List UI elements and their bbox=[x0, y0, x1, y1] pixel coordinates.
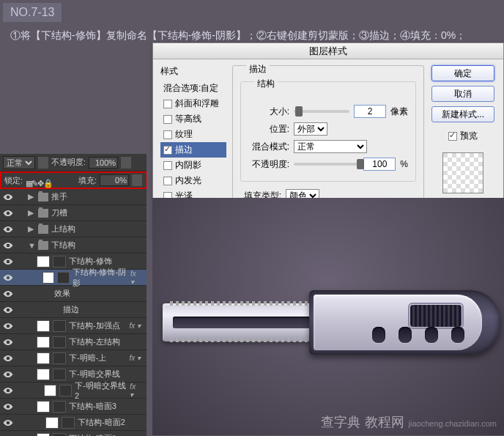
opacity-input[interactable] bbox=[89, 157, 118, 169]
mask-thumb-icon bbox=[62, 417, 75, 429]
position-row: 位置: 外部 bbox=[248, 122, 408, 136]
new-style-button[interactable]: 新建样式... bbox=[431, 106, 494, 122]
lock-label: 锁定: bbox=[4, 175, 23, 186]
layer-row[interactable]: 下结构-暗面2 bbox=[0, 415, 147, 431]
preview-checkbox[interactable] bbox=[448, 132, 457, 141]
visibility-eye-icon[interactable] bbox=[3, 418, 13, 428]
layer-row[interactable]: ▶刀槽 bbox=[0, 205, 147, 221]
disclosure-arrow-icon[interactable]: ▶ bbox=[28, 208, 35, 218]
visibility-eye-icon[interactable] bbox=[3, 402, 13, 412]
folder-icon bbox=[38, 241, 48, 250]
hole-icon bbox=[372, 327, 385, 343]
blend-options-item[interactable]: 混合选项:自定 bbox=[160, 81, 226, 96]
style-label: 等高线 bbox=[175, 113, 201, 125]
layer-name: 下-明暗交界线2 bbox=[75, 380, 127, 400]
visibility-eye-icon[interactable] bbox=[3, 208, 13, 218]
layer-name: 描边 bbox=[63, 304, 79, 315]
layer-row[interactable]: 下结构-暗面1 bbox=[0, 431, 147, 436]
lock-image-icon[interactable]: ✎ bbox=[32, 179, 34, 182]
style-item[interactable]: 描边 bbox=[160, 142, 226, 158]
style-checkbox[interactable] bbox=[163, 161, 172, 170]
style-checkbox[interactable] bbox=[163, 115, 172, 124]
layer-row[interactable]: 下结构-左结构 bbox=[0, 334, 147, 350]
layer-row[interactable]: ▶推手 bbox=[0, 189, 147, 205]
style-label: 斜面和浮雕 bbox=[175, 97, 219, 110]
watermark-url: jiaocheng.chazidian.com bbox=[409, 419, 497, 428]
layer-row[interactable]: 下结构-加强点fx ▾ bbox=[0, 318, 147, 334]
style-item[interactable]: 内阴影 bbox=[160, 158, 226, 173]
layer-name: 上结构 bbox=[51, 223, 75, 234]
fx-indicator[interactable]: fx ▾ bbox=[130, 270, 144, 286]
style-checkbox[interactable] bbox=[163, 100, 172, 108]
opacity-label: 不透明度: bbox=[51, 157, 86, 168]
layer-row[interactable]: ▼下结构 bbox=[0, 237, 147, 254]
layer-thumb-icon bbox=[37, 320, 50, 332]
ok-button[interactable]: 确定 bbox=[431, 65, 494, 81]
blend-mode-select[interactable]: 正常 bbox=[3, 156, 35, 169]
disclosure-arrow-icon[interactable]: ▼ bbox=[28, 241, 35, 250]
disclosure-arrow-icon[interactable]: ▶ bbox=[28, 192, 35, 202]
fill-input[interactable] bbox=[100, 174, 129, 186]
size-input[interactable] bbox=[354, 105, 386, 118]
visibility-eye-icon[interactable] bbox=[3, 240, 13, 251]
layer-thumb-icon bbox=[45, 417, 59, 429]
hole-icon bbox=[451, 327, 464, 343]
dropdown-arrow-icon[interactable] bbox=[132, 174, 142, 186]
dropdown-arrow-icon[interactable] bbox=[121, 157, 131, 169]
visibility-eye-icon[interactable] bbox=[3, 192, 13, 202]
style-checkbox[interactable] bbox=[163, 130, 172, 139]
visibility-eye-icon[interactable] bbox=[3, 369, 13, 380]
dropdown-arrow-icon[interactable] bbox=[38, 157, 48, 169]
disclosure-arrow-icon[interactable]: ▶ bbox=[28, 224, 35, 234]
watermark: 查字典 教程网 jiaocheng.chazidian.com bbox=[321, 413, 497, 431]
folder-icon bbox=[38, 193, 48, 202]
knife-grip bbox=[410, 305, 462, 327]
visibility-eye-icon[interactable] bbox=[3, 434, 13, 437]
visibility-eye-icon[interactable] bbox=[3, 321, 13, 331]
style-item[interactable]: 等高线 bbox=[160, 111, 226, 127]
style-label: 内阴影 bbox=[175, 159, 201, 171]
layers-header-row: 正常 不透明度: bbox=[0, 154, 147, 171]
layer-name: 下结构-修饰 bbox=[69, 256, 112, 267]
visibility-eye-icon[interactable] bbox=[3, 385, 13, 396]
preview-checkbox-row[interactable]: 预览 bbox=[448, 130, 478, 142]
layer-row[interactable]: 下结构-暗面3 bbox=[0, 399, 147, 415]
lock-transparent-icon[interactable]: ▦ bbox=[26, 179, 29, 182]
lock-position-icon[interactable]: ✥ bbox=[37, 179, 40, 182]
lock-all-icon[interactable]: 🔒 bbox=[43, 179, 46, 182]
cancel-button[interactable]: 取消 bbox=[431, 86, 494, 102]
position-select[interactable]: 外部 bbox=[294, 122, 327, 136]
fx-indicator[interactable]: fx ▾ bbox=[130, 383, 144, 399]
blend-mode-select[interactable]: 正常 bbox=[294, 140, 367, 153]
visibility-eye-icon[interactable] bbox=[3, 337, 13, 347]
layer-thumb-icon bbox=[42, 272, 54, 284]
layer-name: 下结构-左结构 bbox=[69, 336, 120, 347]
fx-indicator[interactable]: fx ▾ bbox=[129, 354, 144, 362]
visibility-eye-icon[interactable] bbox=[3, 224, 13, 234]
visibility-eye-icon[interactable] bbox=[3, 289, 13, 299]
layer-name: 下结构-暗面2 bbox=[78, 417, 125, 428]
visibility-eye-icon[interactable] bbox=[3, 273, 13, 283]
fx-indicator[interactable]: fx ▾ bbox=[129, 322, 144, 330]
layer-row[interactable]: 描边 bbox=[0, 302, 147, 318]
style-item[interactable]: 纹理 bbox=[160, 127, 226, 142]
layers-panel: 正常 不透明度: 锁定: ▦ ✎ ✥ 🔒 填充: ▶推手▶刀槽▶上结构▼下结构下… bbox=[0, 154, 147, 436]
opacity-slider[interactable] bbox=[294, 163, 359, 166]
layer-name: 下结构-修饰-阴影 bbox=[73, 267, 127, 289]
layer-row[interactable]: 下结构-修饰-阴影fx ▾ bbox=[0, 270, 147, 286]
layer-row[interactable]: 下-明暗-上fx ▾ bbox=[0, 350, 147, 366]
layer-name: 下结构-暗面1 bbox=[69, 433, 116, 436]
style-checkbox[interactable] bbox=[163, 146, 172, 155]
size-slider[interactable] bbox=[294, 110, 349, 113]
style-item[interactable]: 内发光 bbox=[160, 173, 226, 188]
layer-row[interactable]: 下-明暗交界线2fx ▾ bbox=[0, 383, 147, 399]
knife-illustration bbox=[163, 286, 500, 359]
layer-row[interactable]: ▶上结构 bbox=[0, 221, 147, 237]
style-item[interactable]: 斜面和浮雕 bbox=[160, 96, 226, 111]
opacity-input[interactable] bbox=[363, 158, 396, 171]
visibility-eye-icon[interactable] bbox=[3, 305, 13, 315]
style-checkbox[interactable] bbox=[163, 177, 172, 185]
visibility-eye-icon[interactable] bbox=[3, 256, 13, 267]
opacity-label: 不透明度: bbox=[248, 158, 289, 171]
visibility-eye-icon[interactable] bbox=[3, 353, 13, 363]
